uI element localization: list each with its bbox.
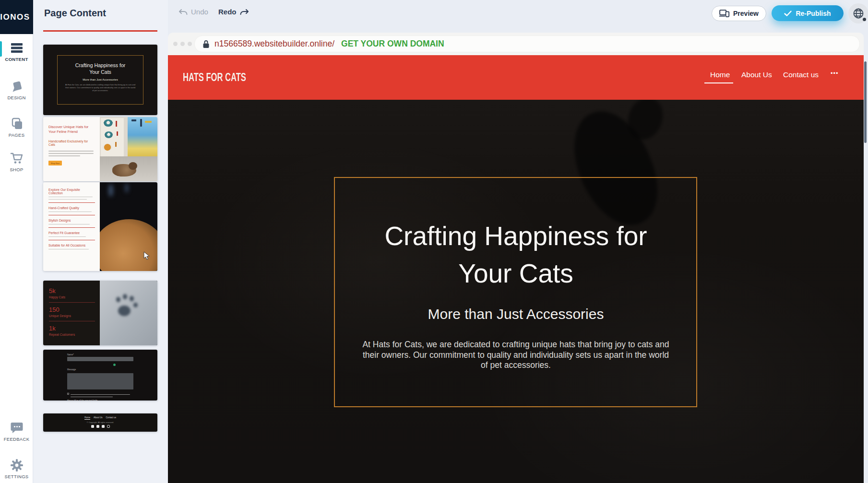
linkedin-icon <box>102 425 105 428</box>
thumb-footer-copyright: © Copyright. All rights reserved. <box>43 421 157 424</box>
app-window: IONOS CONTENT DESIGN PAGES SHOP <box>0 0 868 483</box>
section-thumbnail-contact-form[interactable]: Name* Message Please fill in all the req… <box>43 350 157 401</box>
thumb-stats-list: 5k Happy Cats 150 Unique Designs 1k Repe… <box>43 281 100 345</box>
section-thumbnail-hero[interactable]: Crafting Happiness forYour Cats More tha… <box>43 45 157 115</box>
thumb-form-name-label: Name* <box>67 353 133 356</box>
shop-cart-icon <box>0 152 33 165</box>
thumb-hero-box: Crafting Happiness forYour Cats More tha… <box>57 55 143 105</box>
sidebar-item-label: DESIGN <box>0 95 33 100</box>
globe-icon <box>853 8 864 19</box>
feedback-bubble-icon <box>0 421 33 434</box>
settings-gear-icon <box>0 459 33 471</box>
hero-subtitle[interactable]: More than Just Accessories <box>168 306 864 322</box>
thumb-collection-list: Explore Our Exquisite Collection Hand-Cr… <box>43 182 100 271</box>
hero-paragraph[interactable]: At Hats for Cats, we are dedicated to cr… <box>361 340 671 371</box>
sidebar-item-label: PAGES <box>0 132 33 138</box>
thumb-footer-social-icons <box>43 425 157 428</box>
section-thumbnail-footer[interactable]: Home About Us Contact us © Copyright. Al… <box>43 413 157 432</box>
page-content-panel: Page Content Crafting Happiness forYour … <box>34 0 168 483</box>
republish-button[interactable]: Re-Publish <box>772 5 844 21</box>
sidebar-item-content[interactable]: CONTENT <box>0 41 33 62</box>
redo-button[interactable]: Redo <box>218 8 249 16</box>
devices-icon <box>719 10 730 17</box>
sidebar-item-label: SHOP <box>0 167 33 172</box>
sidebar-item-shop[interactable]: SHOP <box>0 152 33 172</box>
thumb-paw-print-photo <box>100 281 157 345</box>
panel-title: Page Content <box>44 8 106 19</box>
thumb-form-message-label: Message <box>67 368 76 371</box>
notification-dot <box>863 18 866 21</box>
sidebar-item-settings[interactable]: SETTINGS <box>0 459 33 479</box>
left-rail: IONOS CONTENT DESIGN PAGES SHOP <box>0 0 33 483</box>
sidebar-item-label: CONTENT <box>0 57 33 62</box>
mouse-cursor <box>143 251 151 260</box>
twitter-icon <box>96 425 99 428</box>
site-url: n1566589.websitebuilder.online/ <box>214 39 334 49</box>
hero-title[interactable]: Crafting Happiness forYour Cats <box>168 217 864 292</box>
section-thumbnail-discover[interactable]: Discover Unique Hats for Your Feline Fri… <box>43 117 157 181</box>
facebook-icon <box>91 425 94 428</box>
window-dots <box>173 42 192 46</box>
thumb-form-checkbox <box>67 393 69 395</box>
thumb-cat-street-photo <box>100 117 157 181</box>
panel-divider <box>43 30 157 32</box>
nav-about-us[interactable]: About Us <box>741 71 772 79</box>
pages-icon <box>0 117 33 130</box>
check-icon <box>784 11 792 16</box>
content-icon <box>0 41 33 54</box>
get-domain-link[interactable]: GET YOUR OWN DOMAIN <box>341 39 444 49</box>
site-logo[interactable]: HATS FOR CATS <box>183 71 246 84</box>
thumb-hero-paragraph: At Hats for Cats, we are dedicated to cr… <box>64 83 136 92</box>
sidebar-item-pages[interactable]: PAGES <box>0 117 33 138</box>
instagram-icon <box>107 425 110 428</box>
thumb-discover-text: Discover Unique Hats for Your Feline Fri… <box>43 117 100 181</box>
thumb-form-message-textarea <box>67 373 133 389</box>
undo-button[interactable]: Undo <box>178 8 208 16</box>
preview-scrollbar[interactable] <box>864 61 867 143</box>
undo-icon <box>178 9 188 15</box>
nav-home[interactable]: Home <box>710 71 730 79</box>
address-bar: n1566589.websitebuilder.online/ GET YOUR… <box>194 35 860 52</box>
hero-section[interactable]: Crafting Happiness forYour Cats More tha… <box>168 100 864 483</box>
thumb-shop-now-button: Shop Now <box>48 161 62 165</box>
hero-content-frame[interactable] <box>334 177 697 407</box>
thumb-form-warning: Please fill in all the required fields. <box>67 399 133 401</box>
thumb-form-valid-icon <box>113 364 116 366</box>
thumb-hero-title: Crafting Happiness forYour Cats <box>58 62 143 75</box>
site-header[interactable]: HATS FOR CATS Home About Us Contact us •… <box>168 55 864 100</box>
language-globe-button[interactable] <box>848 3 868 24</box>
lock-icon <box>202 40 210 48</box>
sidebar-item-label: SETTINGS <box>0 474 33 479</box>
thumb-discover-heading: Discover Unique Hats for Your Feline Fri… <box>48 125 95 134</box>
ionos-logo-text: IONOS <box>0 12 30 22</box>
nav-active-underline <box>704 82 733 83</box>
section-thumbnail-stats[interactable]: 5k Happy Cats 150 Unique Designs 1k Repe… <box>43 281 157 345</box>
nav-more-menu[interactable]: ••• <box>831 70 839 77</box>
thumb-hero-subtitle: More than Just Accessories <box>58 78 143 81</box>
section-thumbnail-collection[interactable]: Explore Our Exquisite Collection Hand-Cr… <box>43 182 157 271</box>
preview-button[interactable]: Preview <box>712 6 766 21</box>
browser-chrome: n1566589.websitebuilder.online/ GET YOUR… <box>168 33 864 55</box>
nav-contact-us[interactable]: Contact us <box>783 71 819 79</box>
design-icon <box>0 80 33 93</box>
redo-icon <box>239 9 249 15</box>
sidebar-item-feedback[interactable]: FEEDBACK <box>0 421 33 442</box>
sidebar-item-label: FEEDBACK <box>0 436 33 442</box>
thumb-discover-subheading: Handcrafted Exclusively for Cats <box>48 140 95 146</box>
ionos-logo[interactable]: IONOS <box>0 0 33 34</box>
thumb-form-name-input <box>67 357 133 361</box>
sidebar-item-design[interactable]: DESIGN <box>0 80 33 100</box>
